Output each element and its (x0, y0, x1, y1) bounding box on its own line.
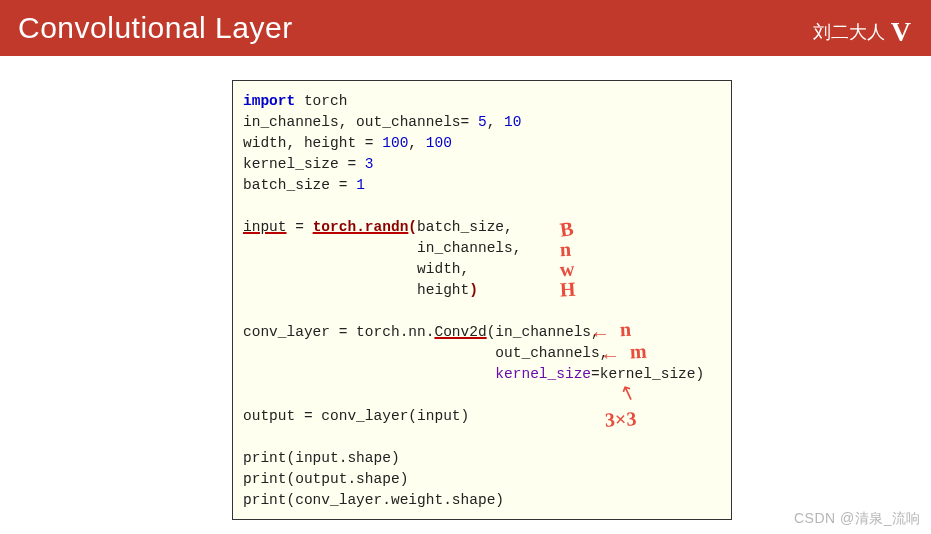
number: 100 (382, 135, 408, 151)
code-text: (in_channels, (487, 324, 600, 340)
code-text: height (243, 282, 469, 298)
code-text: print(output.shape) (243, 471, 408, 487)
code-var-input: input (243, 219, 287, 235)
code-text: = (287, 219, 313, 235)
number: 1 (356, 177, 365, 193)
code-call-randn: torch.randn (313, 219, 409, 235)
code-text: print(input.shape) (243, 450, 400, 466)
paren: ( (408, 219, 417, 235)
code-text: in_channels, out_channels= (243, 114, 478, 130)
author-mark-icon: V (891, 16, 911, 48)
author-name: 刘二大人 (813, 20, 885, 44)
code-text: , (408, 135, 425, 151)
paren: ) (469, 282, 478, 298)
code-text: out_channels, (243, 345, 608, 361)
number: 10 (504, 114, 521, 130)
number: 100 (426, 135, 452, 151)
kwarg: kernel_size (495, 366, 591, 382)
code-text: output = conv_layer(input) (243, 408, 469, 424)
watermark: CSDN @清泉_流响 (794, 510, 921, 528)
code-text: batch_size, (417, 219, 513, 235)
keyword-import: import (243, 93, 295, 109)
code-text: , (487, 114, 504, 130)
code-text: conv_layer = torch.nn. (243, 324, 434, 340)
slide-title: Convolutional Layer (18, 11, 293, 45)
slide-header: Convolutional Layer 刘二大人 V (0, 0, 931, 56)
code-text: kernel_size = (243, 156, 365, 172)
code-text: torch (295, 93, 347, 109)
code-text: width, height = (243, 135, 382, 151)
code-call-conv2d: Conv2d (434, 324, 486, 340)
code-text: batch_size = (243, 177, 356, 193)
code-text: in_channels, (243, 240, 521, 256)
number: 3 (365, 156, 374, 172)
code-block: import torch in_channels, out_channels= … (232, 80, 732, 520)
code-text: width, (243, 261, 469, 277)
code-text: =kernel_size) (591, 366, 704, 382)
author-label: 刘二大人 V (813, 16, 911, 48)
code-text: print(conv_layer.weight.shape) (243, 492, 504, 508)
number: 5 (478, 114, 487, 130)
code-text (243, 366, 495, 382)
